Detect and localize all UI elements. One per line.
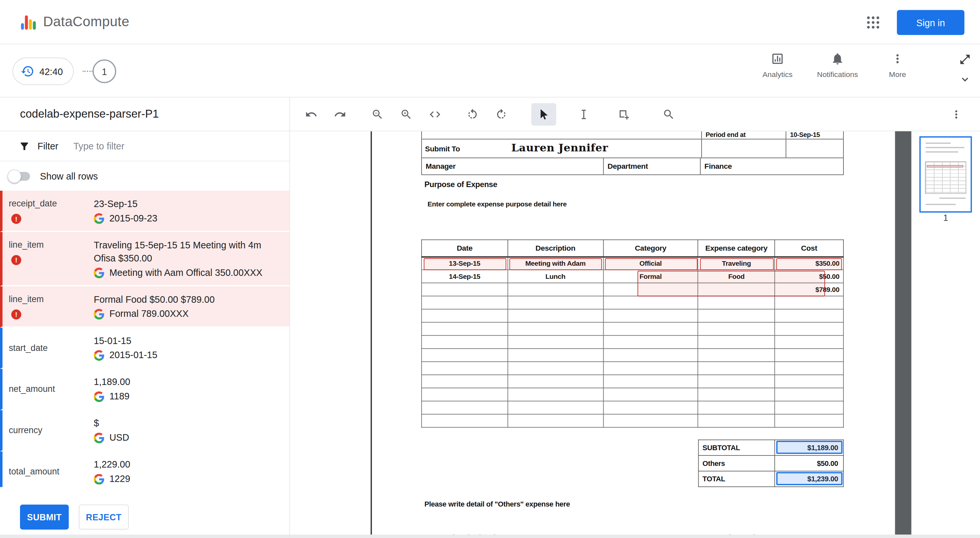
notifications-button[interactable]: Notifications (807, 52, 867, 79)
sign-in-button[interactable]: Sign in (897, 10, 964, 35)
expense-col-header: Expense category (698, 240, 775, 257)
expense-table-row (422, 296, 843, 309)
select-tool-button[interactable] (531, 103, 556, 126)
field-normalized-value: 2015-01-15 (110, 349, 157, 361)
vertical-scrollbar[interactable] (895, 131, 912, 538)
error-icon: ! (11, 214, 21, 224)
toolbar-more-button[interactable] (946, 105, 966, 124)
expense-table-row: $789.00 (422, 283, 843, 296)
field-row-line_item[interactable]: line_item!Formal Food $50.00 $789.00Form… (0, 287, 289, 328)
google-g-icon (94, 267, 104, 278)
expense-cell (698, 388, 775, 401)
expense-cell (603, 362, 698, 375)
filter-input[interactable] (73, 140, 211, 151)
field-row-total_amount[interactable]: total_amount1,229.001229 (0, 452, 289, 493)
expense-table-row: 14-Sep-15LunchFormalFood$50.00 (422, 270, 843, 283)
apps-grid-icon[interactable] (865, 14, 881, 31)
field-value[interactable]: Traveling 15-5ep-15 15 Meeting with 4m O… (94, 238, 284, 264)
expense-cell (698, 375, 775, 388)
thumbnail-page[interactable] (920, 136, 972, 213)
field-value[interactable]: 23-Sep-15 (94, 197, 284, 210)
analytics-button[interactable]: Analytics (748, 52, 807, 79)
more-vert-icon (891, 52, 904, 65)
thumbnail-sketch (926, 204, 956, 205)
field-value[interactable]: 15-01-15 (94, 334, 284, 347)
chevron-down-icon[interactable] (959, 73, 971, 86)
expense-cell (603, 296, 698, 309)
field-row-currency[interactable]: currency$USD (0, 410, 289, 452)
field-name: net_amount (9, 383, 94, 395)
expense-cell (508, 401, 603, 414)
expense-cell (422, 336, 508, 349)
zoom-out-button[interactable] (365, 103, 390, 126)
rotate-left-button[interactable] (460, 103, 485, 126)
expense-cell (698, 309, 775, 322)
code-icon (429, 108, 441, 121)
toggle-knob (8, 169, 21, 183)
expense-col-header: Description (508, 240, 603, 257)
expense-cell (775, 349, 843, 362)
field-value[interactable]: 1,189.00 (94, 375, 284, 388)
add-region-icon (617, 108, 630, 121)
google-g-icon (94, 473, 104, 484)
summary-value: $50.00 (775, 455, 843, 471)
redo-button[interactable] (328, 103, 352, 126)
search-tool-button[interactable] (656, 103, 681, 126)
document-viewer[interactable]: Period end at 10-Sep-15 Submit To Lauren… (290, 131, 895, 538)
field-normalized-value: USD (110, 431, 129, 444)
field-value[interactable]: 1,229.00 (94, 458, 284, 471)
expense-cell (698, 322, 775, 336)
expense-cell (508, 336, 603, 349)
summary-row: SUBTOTAL$1,189.00 (698, 440, 843, 455)
expense-cell (698, 414, 775, 427)
expense-cell (508, 349, 603, 362)
expense-cell (698, 362, 775, 375)
period-end-label: Period end at (701, 131, 786, 139)
google-g-icon (94, 309, 104, 319)
field-value-column: Formal Food $50.00 $789.00Formal 789.00X… (94, 293, 284, 320)
expense-cell (603, 309, 698, 322)
header-actions: Analytics Notifications More (748, 52, 928, 79)
fields-panel: Filter Show all rows receipt_date!23-Sep… (0, 131, 289, 538)
undo-button[interactable] (299, 103, 324, 126)
filter-label: Filter (37, 140, 58, 151)
brand-logo-icon (21, 13, 37, 31)
more-button[interactable]: More (868, 52, 928, 79)
rotate-right-button[interactable] (489, 103, 514, 126)
reject-button[interactable]: REJECT (79, 505, 129, 530)
expense-cell (508, 309, 603, 322)
field-value-column: 1,229.001229 (94, 458, 284, 485)
show-all-rows-toggle[interactable] (9, 171, 32, 181)
undo-icon (305, 108, 317, 121)
step-indicator[interactable]: 1 (92, 59, 116, 83)
field-row-line_item[interactable]: line_item!Traveling 15-5ep-15 15 Meeting… (0, 232, 289, 287)
document-title-bar: codelab-expense-parser-P1 (0, 98, 980, 131)
field-row-receipt_date[interactable]: receipt_date!23-Sep-152015-09-23 (0, 191, 289, 232)
add-region-tool-button[interactable] (611, 103, 636, 126)
zoom-in-button[interactable] (394, 103, 418, 126)
google-g-icon (94, 350, 104, 360)
expense-cell (603, 414, 698, 427)
expense-cell (775, 296, 843, 309)
summary-row: TOTAL$1,239.00 (698, 471, 843, 487)
field-row-net_amount[interactable]: net_amount1,189.001189 (0, 369, 289, 410)
field-value-column: $USD (94, 417, 284, 444)
field-label-column: currency (9, 417, 94, 444)
submit-button[interactable]: SUBMIT (20, 505, 69, 530)
code-view-button[interactable] (423, 103, 447, 126)
google-g-icon (94, 213, 104, 223)
thumbnail-sketch-highlight (927, 165, 963, 168)
field-value[interactable]: $ (94, 417, 284, 430)
expand-icon[interactable] (959, 53, 971, 65)
field-row-start_date[interactable]: start_date15-01-152015-01-15 (0, 328, 289, 369)
document-page[interactable]: Period end at 10-Sep-15 Submit To Lauren… (371, 131, 895, 538)
timer-pill[interactable]: 42:40 (13, 58, 73, 85)
text-select-tool-button[interactable] (571, 103, 596, 126)
department-value: Finance (700, 158, 844, 175)
horizontal-scrollbar[interactable] (0, 535, 980, 538)
field-value[interactable]: Formal Food $50.00 $789.00 (94, 293, 284, 306)
expense-col-header: Date (422, 240, 508, 257)
summary-table-region: SUBTOTAL$1,189.00Others$50.00TOTAL$1,239… (698, 439, 844, 487)
submit-to-value: Lauren Jennifer (511, 141, 608, 154)
search-icon (663, 108, 675, 121)
